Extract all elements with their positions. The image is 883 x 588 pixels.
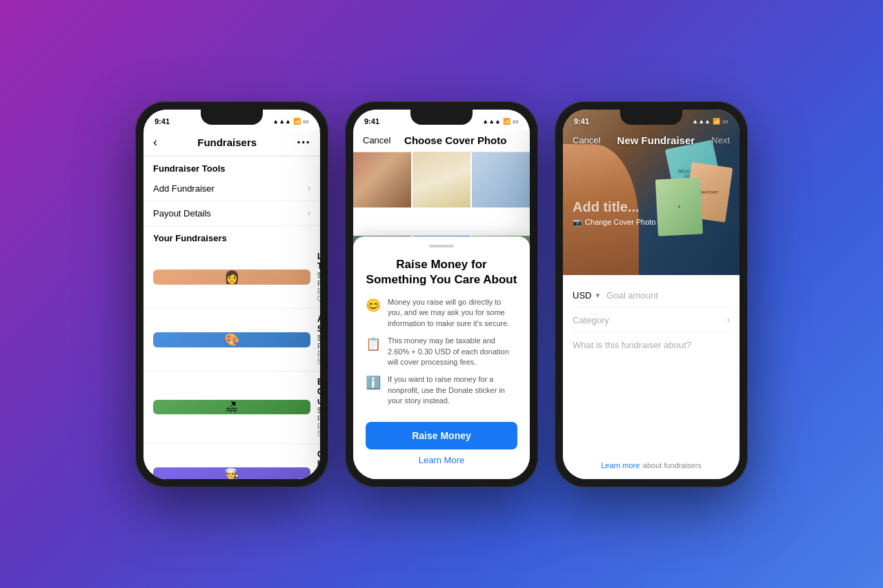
more-button[interactable]: ··· (297, 134, 310, 150)
fundraiser-info-3: Community Kitchen $5820 Raised Ended on … (317, 449, 320, 479)
next-button[interactable]: Next (711, 135, 730, 145)
info-item-2: ℹ️ If you want to raise money for a nonp… (366, 374, 517, 406)
cancel-button-3[interactable]: Cancel (573, 135, 600, 145)
signal-icon-3: ▲▲▲ (692, 118, 711, 125)
bottom-sheet: Raise Money for Something You Care About… (353, 236, 530, 479)
add-fundraiser-item[interactable]: Add Fundraiser › (143, 176, 320, 201)
info-text-0: Money you raise will go directly to you,… (388, 297, 517, 329)
thumb-emoji-0: 👩 (224, 270, 239, 285)
tools-section-header: Fundraiser Tools (143, 156, 320, 176)
notch-3 (620, 110, 682, 125)
fundraiser-amount-2: $814 Raised (317, 406, 320, 423)
signal-icon-2: ▲▲▲ (482, 118, 501, 125)
phone-1: 9:41 ▲▲▲ 📶 ▭ ‹ Fundraisers ··· Fundraise… (135, 101, 328, 487)
camera-icon: 📷 (573, 218, 582, 227)
fundraiser-thumb-2: 🏖 (153, 400, 310, 414)
currency-row: USD ▼ Goal amount (573, 283, 730, 308)
notch-1 (201, 110, 263, 125)
currency-dropdown-icon: ▼ (594, 292, 601, 299)
books-decoration: READING THE SIGNALS ANATOMY ♥ (643, 137, 733, 247)
notch-2 (410, 110, 473, 125)
time-3: 9:41 (574, 117, 589, 125)
phone-2: 9:41 ▲▲▲ 📶 ▭ Cancel Choose Cover Photo (345, 101, 538, 487)
fundraiser-item-1[interactable]: 🎨 Art Supplies $2840 Raised Ended on 5/1… (143, 309, 320, 372)
info-text-1: This money may be taxable and 2.60% + 0.… (388, 336, 517, 367)
sheet-title: Raise Money for Something You Care About (366, 257, 517, 287)
learn-more-link[interactable]: Learn More (366, 455, 517, 465)
phone2-header: Cancel Choose Cover Photo (353, 130, 530, 152)
goal-amount-input[interactable]: Goal amount (606, 290, 730, 301)
chevron-icon-payout: › (308, 208, 310, 218)
photo-cell-1[interactable] (353, 152, 411, 207)
phone-3-screen: READING THE SIGNALS ANATOMY ♥ 9:41 (563, 110, 740, 479)
fundraiser-name-0: Lizzy's Tuition (317, 252, 320, 271)
info-icon-1: 📋 (366, 336, 381, 352)
add-fundraiser-label: Add Fundraiser (153, 183, 215, 194)
about-input[interactable]: What is this fundraiser about? (573, 333, 730, 357)
fundraiser-date-2: Ended on 5/12/2020 (317, 423, 320, 438)
phone-3: READING THE SIGNALS ANATOMY ♥ 9:41 (555, 101, 748, 487)
fundraiser-item-2[interactable]: 🏖 Beach Clean-up $814 Raised Ended on 5/… (143, 372, 320, 444)
info-icon-0: 😊 (366, 298, 381, 313)
phone-2-screen: 9:41 ▲▲▲ 📶 ▭ Cancel Choose Cover Photo (353, 110, 530, 479)
status-icons-2: ▲▲▲ 📶 ▭ (482, 118, 519, 125)
photo-cell-3[interactable] (472, 152, 530, 207)
fundraiser-amount-1: $2840 Raised (317, 334, 320, 350)
phone1-content: Fundraiser Tools Add Fundraiser › Payout… (143, 156, 320, 479)
category-placeholder: Category (573, 315, 609, 325)
about-placeholder: What is this fundraiser about? (573, 340, 691, 350)
category-row[interactable]: Category › (573, 308, 730, 333)
fundraiser-info-1: Art Supplies $2840 Raised Ended on 5/18/… (317, 314, 320, 365)
info-text-2: If you want to raise money for a nonprof… (388, 374, 517, 406)
learn-more-footer-suffix: about fundraisers (643, 461, 702, 469)
cover-photo-area: READING THE SIGNALS ANATOMY ♥ 9:41 (563, 110, 740, 275)
page-title-2: Choose Cover Photo (390, 134, 520, 146)
fundraiser-thumb-1: 🎨 (153, 332, 310, 347)
fundraiser-info-0: Lizzy's Tuition $12440 Raised Ended on 0… (317, 252, 320, 303)
cancel-button-2[interactable]: Cancel (363, 135, 390, 145)
fundraiser-item-0[interactable]: 👩 Lizzy's Tuition $12440 Raised Ended on… (143, 246, 320, 309)
status-icons-3: ▲▲▲ 📶 ▭ (692, 118, 728, 125)
photo-cell-2[interactable] (413, 152, 470, 207)
change-cover-button[interactable]: 📷 Change Cover Photo (573, 218, 656, 227)
page-title-1: Fundraisers (157, 136, 297, 148)
time-1: 9:41 (155, 117, 170, 125)
payout-label: Payout Details (153, 208, 211, 219)
fundraiser-thumb-3: 👨‍🍳 (153, 467, 310, 479)
sheet-handle (429, 245, 454, 247)
fundraiser-name-2: Beach Clean-up (317, 377, 320, 406)
info-icon-2: ℹ️ (366, 375, 381, 390)
learn-more-footer-link[interactable]: Learn more (601, 461, 639, 469)
thumb-emoji-3: 👨‍🍳 (224, 467, 239, 479)
your-fundraisers-header: Your Fundraisers (143, 226, 320, 246)
currency-selector[interactable]: USD ▼ (573, 290, 601, 301)
wifi-icon-2: 📶 (503, 118, 510, 125)
fundraiser-thumb-0: 👩 (153, 270, 310, 285)
page-title-3: New Fundraiser (600, 134, 711, 146)
learn-more-footer: Learn more about fundraisers (573, 458, 730, 471)
phones-container: 9:41 ▲▲▲ 📶 ▭ ‹ Fundraisers ··· Fundraise… (121, 88, 762, 501)
wifi-icon-1: 📶 (293, 118, 301, 125)
wifi-icon-3: 📶 (713, 118, 720, 125)
signal-icon-1: ▲▲▲ (272, 118, 291, 125)
book-3: ♥ (655, 177, 703, 236)
status-icons-1: ▲▲▲ 📶 ▭ (272, 118, 309, 125)
phone3-layout: READING THE SIGNALS ANATOMY ♥ 9:41 (563, 110, 740, 479)
thumb-emoji-2: 🏖 (226, 400, 238, 414)
fundraiser-date-1: Ended on 5/18/2020 (317, 350, 320, 365)
time-2: 9:41 (364, 117, 379, 125)
payout-details-item[interactable]: Payout Details › (143, 201, 320, 226)
chevron-icon-add: › (308, 183, 310, 193)
battery-icon-3: ▭ (722, 118, 728, 125)
change-cover-label: Change Cover Photo (585, 218, 656, 226)
battery-icon-1: ▭ (303, 118, 309, 125)
currency-label: USD (573, 290, 591, 301)
add-title-placeholder[interactable]: Add title... (573, 199, 656, 215)
fundraiser-name-1: Art Supplies (317, 314, 320, 334)
thumb-emoji-1: 🎨 (224, 332, 239, 347)
fundraiser-info-2: Beach Clean-up $814 Raised Ended on 5/12… (317, 377, 320, 438)
phone1-header: ‹ Fundraisers ··· (143, 130, 320, 156)
raise-money-button[interactable]: Raise Money (366, 422, 517, 449)
battery-icon-2: ▭ (513, 118, 519, 125)
fundraiser-item-3[interactable]: 👨‍🍳 Community Kitchen $5820 Raised Ended… (143, 444, 320, 479)
